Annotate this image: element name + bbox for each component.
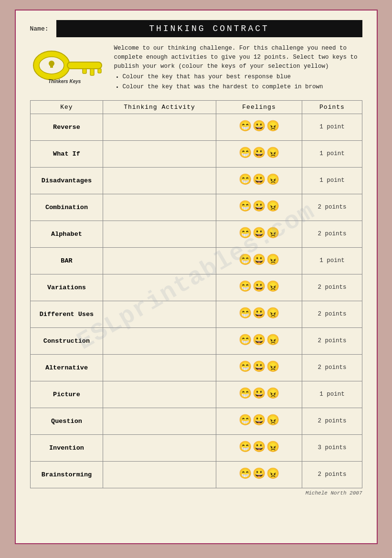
happy-emoji: 😁 xyxy=(239,148,252,159)
happy-emoji: 😁 xyxy=(239,282,252,293)
points-cell: 1 point xyxy=(302,247,362,274)
key-graphic: Thinkers Keys xyxy=(30,44,106,87)
activity-cell[interactable] xyxy=(103,274,216,301)
grumpy-emoji: 😠 xyxy=(266,175,279,186)
happy-emoji: 😁 xyxy=(239,309,252,319)
key-image-container: Thinkers Keys xyxy=(30,44,106,89)
points-cell: 2 points xyxy=(302,301,362,327)
grumpy-emoji: 😠 xyxy=(266,229,279,239)
grumpy-emoji: 😠 xyxy=(266,469,279,480)
svg-rect-7 xyxy=(50,63,53,68)
neutral-emoji: 😀 xyxy=(253,389,265,400)
points-cell: 1 point xyxy=(302,140,362,167)
feelings-cell: 😁😀😠 xyxy=(216,247,302,274)
grumpy-emoji: 😠 xyxy=(266,148,279,159)
table-row: Construction😁😀😠2 points xyxy=(30,327,362,354)
feelings-cell: 😁😀😠 xyxy=(216,221,302,247)
key-cell: Reverse xyxy=(30,114,103,140)
main-table: Key Thinking Activity Feelings Points Re… xyxy=(30,100,362,488)
table-row: BAR😁😀😠1 point xyxy=(30,247,362,274)
activity-cell[interactable] xyxy=(103,408,216,434)
neutral-emoji: 😀 xyxy=(253,442,265,453)
table-row: Brainstorming😁😀😠2 points xyxy=(30,461,362,488)
neutral-emoji: 😀 xyxy=(253,469,265,480)
neutral-emoji: 😀 xyxy=(253,255,265,266)
key-cell: Brainstorming xyxy=(30,461,103,488)
neutral-emoji: 😀 xyxy=(253,175,265,186)
points-cell: 2 points xyxy=(302,408,362,434)
activity-cell[interactable] xyxy=(103,354,216,381)
activity-cell[interactable] xyxy=(103,301,216,327)
happy-emoji: 😁 xyxy=(239,469,252,480)
points-cell: 2 points xyxy=(302,194,362,221)
intro-bullet-1: Colour the key that has your best respon… xyxy=(123,73,362,82)
table-row: Alternative😁😀😠2 points xyxy=(30,354,362,381)
feelings-cell: 😁😀😠 xyxy=(216,434,302,461)
activity-cell[interactable] xyxy=(103,167,216,194)
points-cell: 1 point xyxy=(302,114,362,140)
happy-emoji: 😁 xyxy=(239,255,252,266)
table-row: Invention😁😀😠3 points xyxy=(30,434,362,461)
table-row: Combination😁😀😠2 points xyxy=(30,194,362,221)
activity-cell[interactable] xyxy=(103,221,216,247)
intro-text-block: Welcome to our thinking challenge. For t… xyxy=(114,44,362,93)
activity-cell[interactable] xyxy=(103,247,216,274)
grumpy-emoji: 😠 xyxy=(266,362,279,373)
grumpy-emoji: 😠 xyxy=(266,282,279,293)
key-cell: BAR xyxy=(30,247,103,274)
activity-cell[interactable] xyxy=(103,461,216,488)
page-title: THINKING CONTRACT xyxy=(56,20,362,37)
happy-emoji: 😁 xyxy=(239,336,252,346)
key-cell: Question xyxy=(30,408,103,434)
activity-cell[interactable] xyxy=(103,381,216,408)
happy-emoji: 😁 xyxy=(239,202,252,212)
col-header-activity: Thinking Activity xyxy=(103,100,216,114)
neutral-emoji: 😀 xyxy=(253,309,265,319)
points-cell: 2 points xyxy=(302,461,362,488)
intro-bullet-2: Colour the key that was the hardest to c… xyxy=(123,83,362,92)
feelings-cell: 😁😀😠 xyxy=(216,140,302,167)
key-cell: Construction xyxy=(30,327,103,354)
feelings-cell: 😁😀😠 xyxy=(216,301,302,327)
footer-credit: Michele North 2007 xyxy=(30,490,362,496)
points-cell: 2 points xyxy=(302,327,362,354)
feelings-cell: 😁😀😠 xyxy=(216,194,302,221)
grumpy-emoji: 😠 xyxy=(266,389,279,400)
key-cell: Different Uses xyxy=(30,301,103,327)
key-cell: Combination xyxy=(30,194,103,221)
table-row: Disadvantages😁😀😠1 point xyxy=(30,167,362,194)
activity-cell[interactable] xyxy=(103,194,216,221)
happy-emoji: 😁 xyxy=(239,389,252,400)
intro-section: Thinkers Keys Welcome to our thinking ch… xyxy=(30,44,362,93)
col-header-key: Key xyxy=(30,100,103,114)
header-row: Name: THINKING CONTRACT xyxy=(30,20,362,37)
happy-emoji: 😁 xyxy=(239,442,252,453)
svg-rect-2 xyxy=(67,62,102,69)
neutral-emoji: 😀 xyxy=(253,202,265,212)
feelings-cell: 😁😀😠 xyxy=(216,461,302,488)
points-cell: 2 points xyxy=(302,221,362,247)
key-cell: What If xyxy=(30,140,103,167)
points-cell: 1 point xyxy=(302,381,362,408)
activity-cell[interactable] xyxy=(103,114,216,140)
key-cell: Alphabet xyxy=(30,221,103,247)
feelings-cell: 😁😀😠 xyxy=(216,408,302,434)
activity-cell[interactable] xyxy=(103,327,216,354)
neutral-emoji: 😀 xyxy=(253,416,265,426)
neutral-emoji: 😀 xyxy=(253,229,265,239)
happy-emoji: 😁 xyxy=(239,362,252,373)
table-row: Picture😁😀😠1 point xyxy=(30,381,362,408)
table-row: Alphabet😁😀😠2 points xyxy=(30,221,362,247)
table-row: Different Uses😁😀😠2 points xyxy=(30,301,362,327)
table-row: What If😁😀😠1 point xyxy=(30,140,362,167)
svg-rect-3 xyxy=(83,69,86,74)
col-header-points: Points xyxy=(302,100,362,114)
svg-rect-4 xyxy=(90,69,94,75)
grumpy-emoji: 😠 xyxy=(266,336,279,346)
activity-cell[interactable] xyxy=(103,434,216,461)
feelings-cell: 😁😀😠 xyxy=(216,274,302,301)
table-header-row: Key Thinking Activity Feelings Points xyxy=(30,100,362,114)
key-cell: Alternative xyxy=(30,354,103,381)
activity-cell[interactable] xyxy=(103,140,216,167)
neutral-emoji: 😀 xyxy=(253,122,265,132)
